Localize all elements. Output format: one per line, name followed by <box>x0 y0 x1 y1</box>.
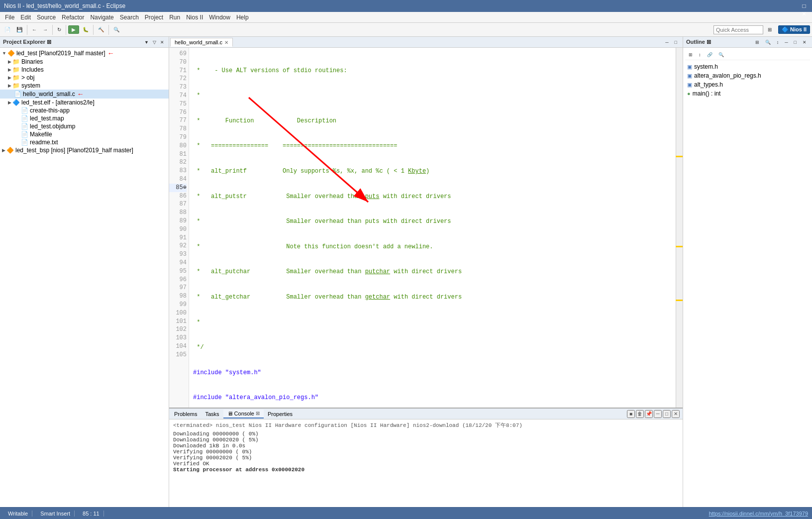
menu-run[interactable]: Run <box>166 13 183 22</box>
outline-minimize-btn[interactable]: ─ <box>782 38 790 46</box>
menu-edit[interactable]: Edit <box>17 13 34 22</box>
editor-maximize-btn[interactable]: □ <box>672 38 680 46</box>
search-toolbar-button[interactable]: 🔍 <box>111 25 122 34</box>
tree-item-system[interactable]: ▶ 📁 system <box>0 82 169 90</box>
console-clear-btn[interactable]: 🗑 <box>636 410 644 418</box>
tree-item-readme[interactable]: 📄 readme.txt <box>0 138 169 146</box>
nios-button[interactable]: 🔷 Nios II <box>778 25 810 34</box>
ln-94: 94 <box>169 259 187 267</box>
outline-item-altera[interactable]: ▣ altera_avalon_pio_regs.h <box>685 71 810 80</box>
menu-navigate[interactable]: Navigate <box>87 13 116 22</box>
perspective-button[interactable]: ⊞ <box>765 25 774 34</box>
tab-console[interactable]: 🖥 Console ⊠ <box>223 410 264 418</box>
outline-tb-2[interactable]: ↕ <box>696 51 704 59</box>
close-button[interactable]: ✕ <box>800 10 808 18</box>
status-link[interactable]: https://niosii.dinnel.c/mm/ym/h_3f173979 <box>709 511 808 517</box>
expand-arrow-led-test: ▼ <box>2 51 6 56</box>
ln-98: 98 <box>169 292 187 301</box>
ln-73: 73 <box>169 83 187 92</box>
file-icon-objdump: 📄 <box>21 123 28 130</box>
expand-arrow-obj: ▶ <box>8 75 11 80</box>
editor-tab-hello-world[interactable]: hello_world_small.c ✕ <box>170 38 233 47</box>
tree-label-obj: > obj <box>21 74 34 81</box>
project-explorer-body: ▼ 🔶 led_test [Planof2019_half master] ← … <box>0 48 169 507</box>
run-button[interactable]: ▶ <box>68 25 79 34</box>
outline-tb-1[interactable]: ⊞ <box>686 51 695 59</box>
outline-collapse-btn[interactable]: ⊞ <box>753 38 762 46</box>
ln-105: 105 <box>169 351 187 359</box>
tree-item-led-bsp[interactable]: ▶ 🔶 led_test_bsp [nios] [Planof2019_half… <box>0 146 169 154</box>
console-stop-btn[interactable]: ■ <box>627 410 635 418</box>
forward-button[interactable]: → <box>40 25 50 34</box>
overview-ruler[interactable] <box>676 48 683 408</box>
tab-tasks[interactable]: Tasks <box>201 410 223 418</box>
menu-window[interactable]: Window <box>206 13 233 22</box>
debug-button[interactable]: 🐛 <box>80 25 91 34</box>
ln-93: 93 <box>169 250 187 259</box>
console-pin-btn[interactable]: 📌 <box>645 410 653 418</box>
ln-77: 77 <box>169 116 187 125</box>
code-editor: 69 70 71 72 73 74 75 76 77 78 79 80 81 8… <box>169 48 683 408</box>
menu-file[interactable]: File <box>2 13 17 22</box>
tab-close-hello[interactable]: ✕ <box>224 40 228 45</box>
tree-item-hello-world[interactable]: 📄 hello_world_small.c ← <box>0 90 169 99</box>
console-line-8: Starting processor at address 0x00002020 <box>173 467 679 473</box>
build-button[interactable]: 🔨 <box>96 25 106 34</box>
line-numbers: 69 70 71 72 73 74 75 76 77 78 79 80 81 8… <box>169 48 189 408</box>
tree-item-objdump[interactable]: 📄 led_test.objdump <box>0 122 169 130</box>
new-button[interactable]: 📄 <box>2 25 13 34</box>
code-content[interactable]: * - Use ALT versions of stdio routines: … <box>189 48 676 408</box>
tree-item-create-app[interactable]: 📄 create-this-app <box>0 106 169 114</box>
quick-access-input[interactable] <box>713 25 763 34</box>
outline-maximize-btn[interactable]: □ <box>792 38 799 46</box>
tab-close-console[interactable]: ⊠ <box>256 411 260 416</box>
menu-source[interactable]: Source <box>34 13 59 22</box>
explorer-menu-btn[interactable]: ▽ <box>151 39 158 45</box>
maximize-button[interactable]: □ <box>800 2 808 10</box>
ln-103: 103 <box>169 334 187 342</box>
menu-project[interactable]: Project <box>142 13 166 22</box>
ln-92: 92 <box>169 242 187 250</box>
save-button[interactable]: 💾 <box>14 25 25 34</box>
tree-item-led-map[interactable]: 📄 led_test.map <box>0 114 169 122</box>
outline-close-btn[interactable]: ✕ <box>800 38 809 46</box>
tree-item-led-test[interactable]: ▼ 🔶 led_test [Planof2019_half master] ← <box>0 49 169 58</box>
ln-104: 104 <box>169 342 187 351</box>
refresh-button[interactable]: ↻ <box>55 25 64 34</box>
toolbar: 📄 💾 ← → ↻ ▶ 🐛 🔨 🔍 ⊞ 🔷 Nios II <box>0 23 812 37</box>
console-maximize-btn[interactable]: □ <box>663 410 671 418</box>
editor-minimize-btn[interactable]: ─ <box>663 38 671 46</box>
ln-85: 85⊕ <box>169 184 187 192</box>
back-button[interactable]: ← <box>29 25 39 34</box>
outline-tb-3[interactable]: 🔗 <box>705 51 715 59</box>
tree-label-elf: led_test.elf - [alteranios2/le] <box>21 99 95 106</box>
tree-item-led-elf[interactable]: ▶ 🔷 led_test.elf - [alteranios2/le] <box>0 99 169 106</box>
outline-sort-btn[interactable]: ↕ <box>774 38 782 46</box>
expand-arrow-includes: ▶ <box>8 67 11 72</box>
outline-icon-alt-types: ▣ <box>687 82 692 88</box>
outline-item-main[interactable]: ● main() : int <box>685 89 810 98</box>
ln-96: 96 <box>169 276 187 284</box>
menu-refactor[interactable]: Refactor <box>59 13 87 22</box>
ln-69: 69 <box>169 50 187 58</box>
code-line-78: * alt_getchar Smaller overhead than getc… <box>193 293 672 302</box>
tree-item-includes[interactable]: ▶ 📁 Includes <box>0 66 169 74</box>
outline-item-system[interactable]: ▣ system.h <box>685 62 810 71</box>
menu-search[interactable]: Search <box>117 13 142 22</box>
outline-tb-4[interactable]: 🔍 <box>716 51 726 59</box>
explorer-collapse-btn[interactable]: ▼ <box>143 39 150 45</box>
menu-niosii[interactable]: Nios II <box>183 13 206 22</box>
outline-filter-btn[interactable]: 🔍 <box>763 38 773 46</box>
tree-item-binaries[interactable]: ▶ 📁 Binaries <box>0 58 169 66</box>
console-close-btn[interactable]: ✕ <box>672 410 680 418</box>
tab-problems[interactable]: Problems <box>170 410 201 418</box>
menu-help[interactable]: Help <box>233 13 252 22</box>
ln-95: 95 <box>169 267 187 276</box>
tree-item-obj[interactable]: ▶ 📁 > obj <box>0 74 169 82</box>
explorer-close-btn[interactable]: ✕ <box>159 39 166 45</box>
outline-item-alt-types[interactable]: ▣ alt_types.h <box>685 80 810 89</box>
title-text: Nios II - led_test/hello_world_small.c -… <box>4 2 125 9</box>
tree-item-makefile[interactable]: 📄 Makefile <box>0 130 169 138</box>
tab-properties[interactable]: Properties <box>264 410 297 418</box>
console-minimize-btn[interactable]: ─ <box>654 410 662 418</box>
